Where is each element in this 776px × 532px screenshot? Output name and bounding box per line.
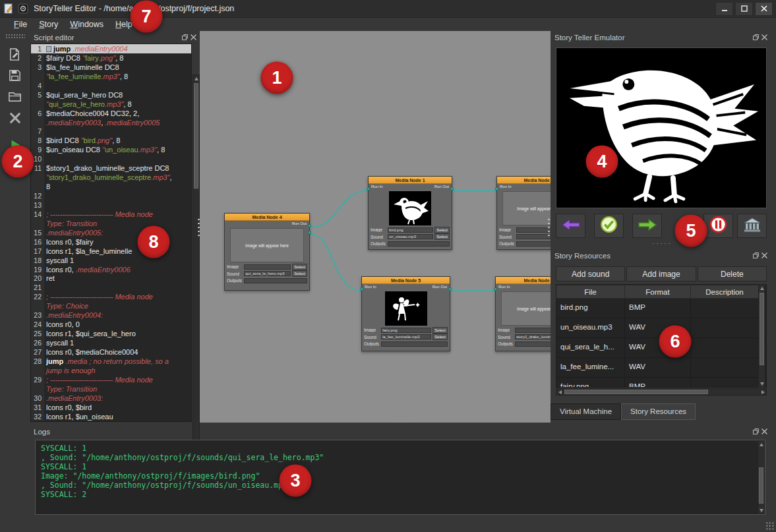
node-field-value[interactable] <box>516 227 551 233</box>
node-field-value[interactable] <box>244 278 307 283</box>
code-line[interactable]: 18syscall 1 <box>31 256 191 265</box>
node-pin-in[interactable] <box>495 187 498 191</box>
code-line[interactable]: 3$la_fee_luminelle DC8 <box>31 63 191 72</box>
new-script-button[interactable] <box>4 45 26 65</box>
node-field-value[interactable] <box>388 241 450 247</box>
node-field-value[interactable] <box>244 264 291 270</box>
float-panel-icon[interactable] <box>753 252 759 258</box>
logs-vscrollbar[interactable] <box>758 440 765 514</box>
close-button[interactable] <box>755 2 773 16</box>
menu-windows[interactable]: Windows <box>64 18 109 30</box>
node-select-button[interactable]: Select <box>434 233 450 240</box>
add-sound-button[interactable]: Add sound <box>556 266 625 281</box>
node-pin-in[interactable] <box>360 287 363 291</box>
node-field-value[interactable]: story1_drako_luminelle_sceptre.mp3 <box>515 334 551 340</box>
float-panel-icon[interactable] <box>753 429 759 434</box>
close-panel-icon[interactable] <box>761 429 767 434</box>
code-line[interactable]: 19lcons r0, .mediaEntry0006 <box>31 265 191 274</box>
node-title[interactable]: Media Node 4 <box>225 214 309 221</box>
code-line[interactable]: "la_fee_luminelle.mp3", 8 <box>31 72 191 81</box>
node-select-button[interactable]: Select <box>434 227 450 233</box>
table-row[interactable]: la_fee_lumine...WAV <box>556 358 766 378</box>
node-title[interactable]: Media Node 3 <box>496 277 551 284</box>
code-line[interactable]: "qui_sera_le_hero.mp3", 8 <box>31 100 191 109</box>
node-select-button[interactable]: Select <box>292 270 307 277</box>
open-button[interactable] <box>4 88 26 107</box>
column-header-format[interactable]: Format <box>625 285 691 299</box>
code-line[interactable]: 32lcons r1, $un_oiseau <box>31 412 191 421</box>
node-title[interactable]: Media Node 1 <box>369 177 452 184</box>
code-line[interactable]: 21 <box>31 283 191 292</box>
code-line[interactable]: 4 <box>31 81 191 90</box>
node-title[interactable]: Media Node 5 <box>362 277 450 284</box>
toolbar-grip[interactable] <box>5 34 25 38</box>
code-line[interactable]: 11$story1_drako_luminelle_sceptre DC8 <box>31 163 191 173</box>
node-field-value[interactable]: la_fee_luminelle.mp3 <box>381 334 431 340</box>
float-panel-icon[interactable] <box>753 34 759 40</box>
node-field-value[interactable]: qui_sera_le_hero.mp3 <box>244 271 291 276</box>
close-panel-icon[interactable] <box>761 252 767 258</box>
code-line[interactable]: 24lcons r0, 0 <box>31 320 191 329</box>
column-header-file[interactable]: File <box>556 285 625 299</box>
code-line[interactable]: 26syscall 1 <box>31 338 191 347</box>
close-panel-icon[interactable] <box>761 34 767 40</box>
node-pin-out[interactable] <box>450 187 454 191</box>
back-button[interactable] <box>556 214 585 238</box>
node-pin-out[interactable] <box>448 287 452 291</box>
code-line[interactable]: 30.mediaEntry0003: <box>31 394 191 403</box>
node-select-button[interactable]: Select <box>292 264 307 270</box>
graph-node[interactable]: Media Node 5Run InRun OutImagefairy.pngS… <box>361 276 450 351</box>
graph-node[interactable]: Media Node 4Run OutImage will appear her… <box>224 213 310 291</box>
node-select-button[interactable]: Select <box>433 327 448 334</box>
node-pin-in[interactable] <box>494 287 497 291</box>
code-line[interactable]: 7 <box>31 127 191 136</box>
script-editor-vscrollbar[interactable] <box>193 74 200 453</box>
maximize-button[interactable] <box>735 2 753 16</box>
splitter-left-grip[interactable] <box>197 218 200 237</box>
splitter-bottom-grip[interactable] <box>393 421 413 424</box>
code-line[interactable]: Type: Transition <box>31 219 191 228</box>
node-pin-out[interactable] <box>308 231 311 234</box>
tab-virtual-machine[interactable]: Virtual Machine <box>551 403 621 420</box>
code-editor[interactable]: 1jump .mediaEntry00042$fairy DC8 "fairy.… <box>30 44 192 422</box>
graph-node[interactable]: Media Node 1Run InRun OutImagebird.pngSe… <box>368 176 452 250</box>
code-line[interactable]: 28jump .media ; no return possible, so a <box>31 357 191 366</box>
code-line[interactable]: 12 <box>31 191 191 200</box>
delete-button[interactable]: Delete <box>698 266 767 281</box>
code-line[interactable]: 29; -------------------------- Media nod… <box>31 375 191 384</box>
node-field-value[interactable] <box>516 234 551 239</box>
node-field-value[interactable] <box>516 241 551 247</box>
tab-story-resources[interactable]: Story Resources <box>621 403 696 420</box>
code-line[interactable]: "story1_drako_luminelle_sceptre.mp3", <box>31 173 191 182</box>
float-panel-icon[interactable] <box>182 34 188 40</box>
confirm-button[interactable] <box>594 214 624 238</box>
node-graph-canvas[interactable]: Media Node 4Run OutImage will appear her… <box>200 31 551 423</box>
code-line[interactable]: 1jump .mediaEntry0004 <box>31 44 191 53</box>
code-line[interactable]: 5$qui_sera_le_hero DC8 <box>31 90 191 100</box>
code-line[interactable]: jump is enough <box>31 366 191 375</box>
resources-table-hscrollbar[interactable] <box>556 388 767 396</box>
pause-button[interactable] <box>703 214 733 238</box>
node-field-value[interactable] <box>381 341 448 347</box>
home-button[interactable] <box>737 214 767 238</box>
graph-node[interactable]: Media Node 2Run InRun OutImage will appe… <box>496 176 551 250</box>
save-button[interactable] <box>4 67 26 86</box>
code-line[interactable]: 2$fairy DC8 "fairy.png", 8 <box>31 53 191 63</box>
code-line[interactable]: 8$bird DC8 "bird.png", 8 <box>31 136 191 145</box>
node-pin-out[interactable] <box>308 224 311 227</box>
node-select-button[interactable]: Select <box>433 334 448 340</box>
code-line[interactable]: 9$un_oiseau DC8 "un_oiseau.mp3", 8 <box>31 145 191 154</box>
node-field-value[interactable]: fairy.png <box>381 328 431 333</box>
table-row[interactable]: fairy.pngBMP <box>556 378 766 388</box>
add-image-button[interactable]: Add image <box>626 266 696 281</box>
code-line[interactable]: 22; -------------------------- Media nod… <box>31 292 191 301</box>
node-field-value[interactable]: un_oiseau.mp3 <box>388 234 433 239</box>
table-row[interactable]: bird.pngBMP <box>556 299 766 318</box>
close-panel-icon[interactable] <box>191 34 196 40</box>
code-line[interactable]: 13 <box>31 200 191 210</box>
code-line[interactable]: 6$mediaChoice0004 DC32, 2, <box>31 109 191 118</box>
code-line[interactable]: 25lcons r1, $qui_sera_le_hero <box>31 329 191 338</box>
column-header-description[interactable]: Description <box>691 285 759 299</box>
node-pin-in[interactable] <box>367 187 370 191</box>
code-line[interactable]: 31lcons r0, $bird <box>31 403 191 412</box>
